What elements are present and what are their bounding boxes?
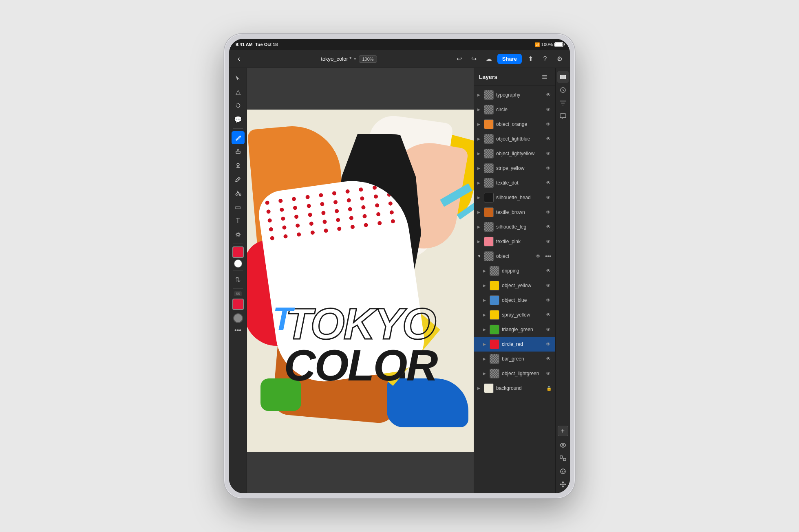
expand-arrow[interactable]: ▶ xyxy=(483,342,487,346)
layer-circle-red[interactable]: ▶ circle_red 👁 xyxy=(474,337,555,352)
layer-triangle-green[interactable]: ▶ triangle_green 👁 xyxy=(474,322,555,337)
layers-icon[interactable] xyxy=(557,71,569,83)
tool-shape[interactable]: ▭ xyxy=(232,200,245,213)
expand-arrow[interactable]: ▶ xyxy=(483,284,487,288)
layer-silhouette-leg[interactable]: ▶ silhouette_leg 👁 xyxy=(474,220,555,234)
blend-icon[interactable] xyxy=(557,453,569,464)
cloud-sync-button[interactable]: ☁ xyxy=(483,53,495,65)
tool-eraser[interactable] xyxy=(232,145,245,158)
expand-arrow[interactable]: ▶ xyxy=(477,240,481,244)
expand-arrow[interactable]: ▶ xyxy=(483,313,487,317)
tool-eyedropper[interactable] xyxy=(232,173,245,186)
more-options[interactable]: ••• xyxy=(544,253,552,259)
tool-text[interactable]: T xyxy=(232,214,245,227)
expand-arrow[interactable]: ▶ xyxy=(483,269,487,273)
expand-arrow[interactable]: ▶ xyxy=(477,137,481,141)
tool-select[interactable] xyxy=(232,71,245,84)
layer-textile-pink[interactable]: ▶ textile_pink 👁 xyxy=(474,234,555,249)
expand-arrow[interactable]: ▶ xyxy=(477,108,481,112)
layer-object-orange[interactable]: ▶ object_orange 👁 xyxy=(474,117,555,132)
layer-background[interactable]: ▶ background 🔒 xyxy=(474,381,555,396)
layer-visibility[interactable]: 👁 xyxy=(545,106,552,113)
layer-visibility[interactable]: 👁 xyxy=(545,311,552,319)
tool-effect[interactable] xyxy=(232,228,245,241)
layer-visibility[interactable]: 👁 xyxy=(545,150,552,157)
layer-visibility[interactable]: 👁 xyxy=(545,121,552,128)
expand-arrow[interactable]: ▶ xyxy=(483,357,487,361)
layer-stripe-yellow[interactable]: ▶ stripe_yellow 👁 xyxy=(474,161,555,176)
expand-arrow[interactable]: ▶ xyxy=(483,298,487,302)
layer-spray-yellow[interactable]: ▶ spray_yellow 👁 xyxy=(474,308,555,322)
canvas-area[interactable]: TOKYO COLOR T xyxy=(247,68,474,493)
layer-object-blue[interactable]: ▶ object_blue 👁 xyxy=(474,293,555,308)
mask-icon[interactable] xyxy=(557,466,569,477)
layer-visibility[interactable]: 👁 xyxy=(545,91,552,99)
expand-arrow[interactable]: ▶ xyxy=(477,166,481,170)
background-color[interactable] xyxy=(234,259,242,268)
filter-icon[interactable] xyxy=(557,97,569,109)
tool-pen[interactable]: △ xyxy=(232,85,245,98)
layer-typography[interactable]: ▶ typography 👁 xyxy=(474,88,555,102)
layer-color[interactable] xyxy=(232,299,244,310)
layer-visibility[interactable]: 👁 xyxy=(545,341,552,348)
stroke-color[interactable] xyxy=(233,313,243,323)
layers-panel-menu[interactable] xyxy=(539,71,550,83)
expand-arrow[interactable]: ▶ xyxy=(477,93,481,97)
share-button[interactable]: Share xyxy=(497,54,522,64)
layers-list[interactable]: ▶ typography 👁 ▶ circle 👁 xyxy=(474,86,555,493)
help-button[interactable]: ? xyxy=(539,53,551,65)
settings-button[interactable]: ⚙ xyxy=(554,53,566,65)
layer-visibility[interactable]: 👁 xyxy=(545,135,552,143)
properties-icon[interactable] xyxy=(557,84,569,96)
foreground-color[interactable] xyxy=(232,246,244,258)
move-icon[interactable] xyxy=(557,479,569,490)
eye-icon[interactable] xyxy=(557,440,569,451)
layer-visibility[interactable]: 👁 xyxy=(545,223,552,231)
redo-button[interactable]: ↪ xyxy=(468,53,480,65)
layer-silhouette-head[interactable]: ▶ silhouette_head 👁 xyxy=(474,190,555,205)
layer-visibility[interactable]: 👁 xyxy=(545,165,552,172)
expand-arrow[interactable]: ▶ xyxy=(477,122,481,126)
expand-arrow[interactable]: ▶ xyxy=(483,372,487,376)
layer-object-yellow[interactable]: ▶ object_yellow 👁 xyxy=(474,278,555,293)
layer-object-lightgreen[interactable]: ▶ object_lightgreen 👁 xyxy=(474,366,555,381)
expand-arrow-open[interactable]: ▼ xyxy=(477,254,481,258)
tool-adjust[interactable]: ⇅ xyxy=(232,273,245,286)
undo-button[interactable]: ↩ xyxy=(453,53,466,65)
layer-dripping[interactable]: ▶ dripping 👁 xyxy=(474,264,555,278)
layer-textile-dot[interactable]: ▶ textile_dot 👁 xyxy=(474,176,555,190)
layer-visibility[interactable]: 👁 xyxy=(545,370,552,377)
more-tools-button[interactable]: ••• xyxy=(232,324,245,337)
expand-arrow[interactable]: ▶ xyxy=(477,196,481,200)
export-button[interactable]: ⬆ xyxy=(524,53,536,65)
layer-object-lightblue[interactable]: ▶ object_lightblue 👁 xyxy=(474,132,555,146)
expand-arrow[interactable]: ▶ xyxy=(483,328,487,332)
back-button[interactable]: ‹ xyxy=(233,53,245,65)
layer-visibility[interactable]: 👁 xyxy=(545,297,552,304)
expand-arrow[interactable]: ▶ xyxy=(477,181,481,185)
layer-visibility[interactable]: 👁 xyxy=(534,253,542,260)
layer-visibility[interactable]: 👁 xyxy=(545,238,552,245)
layer-object-lightyellow[interactable]: ▶ object_lightyellow 👁 xyxy=(474,146,555,161)
expand-arrow[interactable]: ▶ xyxy=(477,152,481,156)
comment-icon[interactable] xyxy=(557,110,569,122)
tool-fill[interactable] xyxy=(232,187,245,200)
layer-visibility[interactable]: 👁 xyxy=(545,194,552,201)
layer-visibility[interactable]: 👁 xyxy=(545,282,552,289)
layer-visibility[interactable]: 👁 xyxy=(545,326,552,333)
layer-visibility[interactable]: 👁 xyxy=(545,179,552,187)
doc-dropdown-arrow[interactable]: ▾ xyxy=(354,56,356,62)
add-layer-button[interactable]: + xyxy=(558,426,568,436)
zoom-level[interactable]: 100% xyxy=(359,55,377,63)
layer-visibility[interactable]: 👁 xyxy=(545,209,552,216)
layer-circle[interactable]: ▶ circle 👁 xyxy=(474,102,555,117)
layer-bar-green[interactable]: ▶ bar_green 👁 xyxy=(474,352,555,366)
expand-arrow[interactable]: ▶ xyxy=(477,210,481,214)
tool-lasso[interactable] xyxy=(232,99,245,112)
layer-visibility[interactable]: 👁 xyxy=(545,267,552,275)
layer-textile-brown[interactable]: ▶ textile_brown 👁 xyxy=(474,205,555,220)
tool-comment[interactable]: 💬 xyxy=(232,113,245,126)
expand-arrow[interactable]: ▶ xyxy=(477,225,481,229)
expand-arrow[interactable]: ▶ xyxy=(477,386,481,390)
tool-brush[interactable] xyxy=(232,131,245,144)
